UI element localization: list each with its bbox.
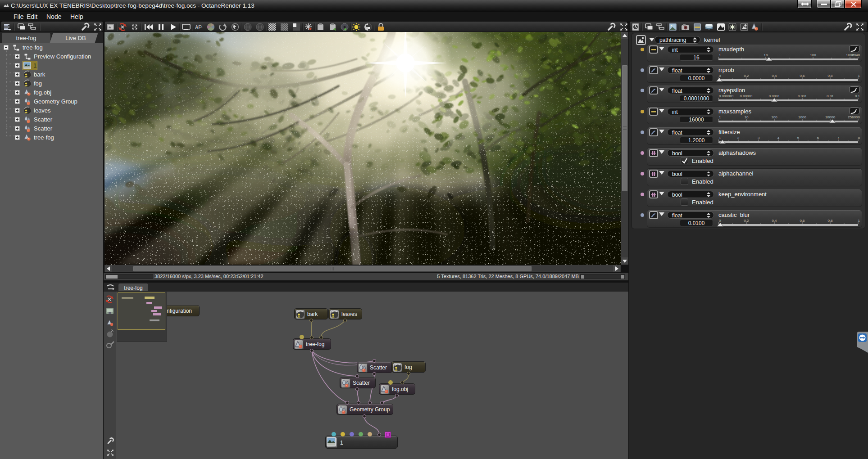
svg-text:AF¹: AF¹ bbox=[195, 25, 203, 30]
svg-text:2048: 2048 bbox=[852, 53, 860, 57]
svg-text:0: 0 bbox=[719, 74, 721, 78]
svg-text:10000: 10000 bbox=[825, 115, 836, 119]
svg-text:0.001: 0.001 bbox=[798, 94, 807, 98]
svg-text:100: 100 bbox=[810, 53, 816, 57]
svg-text:0.4: 0.4 bbox=[772, 74, 777, 78]
svg-text:0.6: 0.6 bbox=[800, 219, 805, 223]
svg-text:10: 10 bbox=[745, 115, 749, 119]
svg-text:4: 4 bbox=[777, 136, 780, 140]
svg-text:0.1: 0.1 bbox=[855, 94, 860, 98]
svg-text:1: 1 bbox=[719, 136, 721, 140]
svg-text:0: 0 bbox=[719, 219, 721, 223]
svg-text:1000: 1000 bbox=[798, 115, 806, 119]
svg-text:1: 1 bbox=[858, 74, 860, 78]
svg-text:1: 1 bbox=[719, 115, 721, 119]
svg-text:1: 1 bbox=[858, 219, 860, 223]
svg-text:0.8: 0.8 bbox=[827, 74, 833, 78]
svg-text:0.2: 0.2 bbox=[744, 74, 749, 78]
svg-text:10: 10 bbox=[764, 53, 768, 57]
svg-text:256000: 256000 bbox=[848, 115, 860, 119]
svg-text:0.8: 0.8 bbox=[827, 219, 833, 223]
svg-text:100: 100 bbox=[771, 115, 777, 119]
svg-text:0.00001: 0.00001 bbox=[740, 94, 753, 98]
svg-text:8: 8 bbox=[858, 136, 860, 140]
svg-text:0.01: 0.01 bbox=[827, 94, 834, 98]
svg-text:3: 3 bbox=[758, 136, 760, 140]
svg-text:0.4: 0.4 bbox=[772, 219, 777, 223]
svg-text:0.0001: 0.0001 bbox=[769, 94, 780, 98]
svg-text:0.2: 0.2 bbox=[744, 219, 749, 223]
svg-text:1: 1 bbox=[719, 53, 721, 57]
svg-text:2: 2 bbox=[737, 136, 740, 140]
svg-text:6: 6 bbox=[817, 136, 819, 140]
svg-text:5: 5 bbox=[797, 136, 800, 140]
svg-text:0.6: 0.6 bbox=[800, 74, 805, 78]
svg-text:7: 7 bbox=[837, 136, 840, 140]
svg-text:0.000001: 0.000001 bbox=[719, 94, 734, 98]
